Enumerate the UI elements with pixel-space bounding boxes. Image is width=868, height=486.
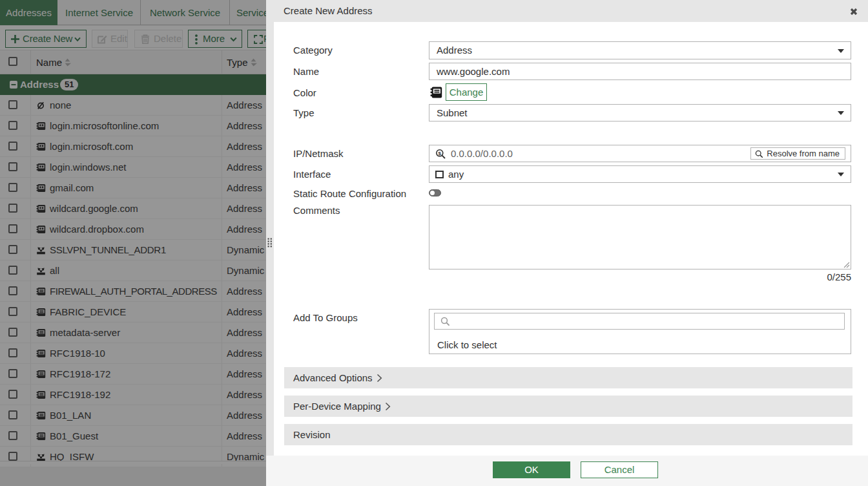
- svg-text:$: $: [439, 151, 442, 156]
